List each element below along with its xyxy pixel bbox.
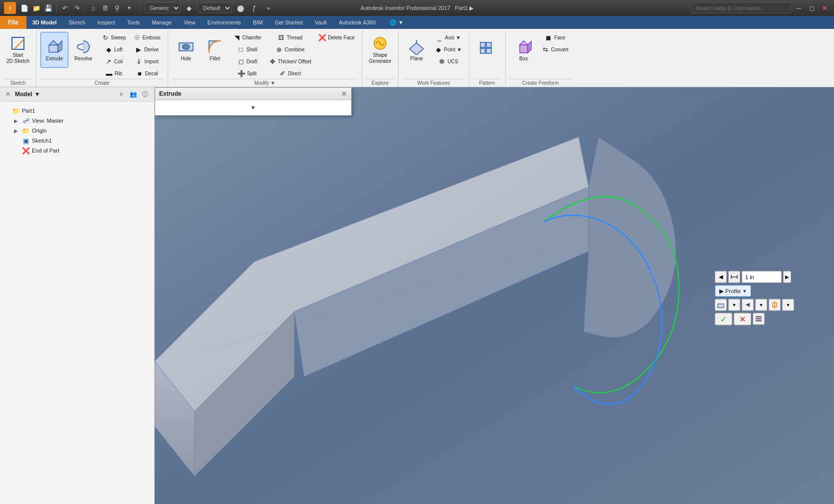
dialog-expand-arrow[interactable]: ▼ <box>250 104 256 111</box>
direct-button[interactable]: ✐ Direct <box>276 68 304 79</box>
tree-item-sketch1[interactable]: ▣ Sketch1 <box>12 136 152 146</box>
shapegenerator-button[interactable]: ShapeGenerator <box>366 32 394 68</box>
plane-button[interactable]: Plane <box>403 32 430 68</box>
workfeatures-group-label: Work Features <box>403 79 464 87</box>
plus-icon[interactable]: + <box>263 2 274 13</box>
box-button[interactable]: Box <box>510 32 538 68</box>
menu-inspect[interactable]: Inspect <box>91 16 121 29</box>
tree-item-endofpart[interactable]: ❌ End of Part <box>12 146 152 156</box>
profile-dropdown[interactable]: Generic <box>144 2 181 13</box>
rib-button[interactable]: ▬ Rib <box>102 68 125 79</box>
ribbon-group-explore: ShapeGenerator Explore <box>362 31 399 87</box>
menu-environments[interactable]: Environments <box>202 16 247 29</box>
mode-dropdown-btn[interactable]: ▼ <box>728 299 740 311</box>
home-btn[interactable]: ⌂ <box>88 2 99 13</box>
workfeatures-col: ⎯ Axis ▼ ◆ Point ▼ ☸ UCS <box>431 32 464 67</box>
shapegen-icon <box>372 35 388 51</box>
point-button[interactable]: ◆ Point ▼ <box>431 44 464 55</box>
hole-button[interactable]: Hole <box>172 32 200 68</box>
menu-tools[interactable]: Tools <box>121 16 146 29</box>
extrude-dialog[interactable]: Extrude ✕ ▼ <box>155 87 352 116</box>
menu-vault[interactable]: Vault <box>309 16 333 29</box>
loft-button[interactable]: ◆ Loft <box>102 44 126 55</box>
doc-btn[interactable]: 🖹 <box>100 2 111 13</box>
coil-label: Coil <box>114 59 123 64</box>
direction-btn[interactable] <box>742 299 754 311</box>
dropdown-btn[interactable]: ▼ <box>124 2 135 13</box>
distance-right-btn[interactable]: ▶ <box>783 271 791 283</box>
sweep-label: Sweep <box>111 35 126 40</box>
window-close-btn[interactable]: ✕ <box>819 2 830 13</box>
chamfer-button[interactable]: ◥ Chamfer <box>230 32 264 43</box>
fillet-button[interactable]: Fillet <box>201 32 229 68</box>
search-input[interactable] <box>691 2 791 13</box>
cancel-btn[interactable]: ✕ <box>734 313 751 325</box>
menu-getstarted[interactable]: Get Started <box>269 16 309 29</box>
convert-button[interactable]: ⇆ Convert <box>539 44 572 55</box>
tree-item-origin[interactable]: ▶ 📁 Origin <box>12 126 152 136</box>
filter-btn[interactable]: ▿ <box>116 89 126 99</box>
pattern-button[interactable] <box>473 32 501 68</box>
face-button[interactable]: ◼ Face <box>542 32 568 43</box>
shell-button[interactable]: □ Shell <box>234 44 260 55</box>
distance-input[interactable] <box>742 271 782 283</box>
split-button[interactable]: ➕ Split <box>234 68 259 79</box>
revolve-button[interactable]: Revolve <box>69 32 97 68</box>
new-btn[interactable]: 📄 <box>19 2 30 13</box>
viewport[interactable]: Extrude ✕ ▼ ◀ ▶ <box>155 87 834 504</box>
coil-button[interactable]: ↗ Coil <box>102 56 126 67</box>
deleteface-button[interactable]: ❌ Delete Face <box>315 32 358 43</box>
axis-button[interactable]: ⎯ Axis ▼ <box>432 32 464 43</box>
menu-collab[interactable]: 🌐 ▼ <box>384 16 410 29</box>
mode-1-btn[interactable] <box>715 299 727 311</box>
origin-icon: 📁 <box>21 127 30 135</box>
sweep-button[interactable]: ↻ Sweep <box>98 32 129 43</box>
menu-3dmodel[interactable]: 3D Model <box>26 16 63 29</box>
window-min-btn[interactable]: ─ <box>793 2 804 13</box>
thicken-button[interactable]: ✥ Thicken/ Offset <box>265 56 314 67</box>
ucs-button[interactable]: ☸ UCS <box>435 56 461 67</box>
import-button[interactable]: ⇓ Import <box>132 56 161 67</box>
extents-btn[interactable] <box>769 299 781 311</box>
extrude-button[interactable]: Extrude <box>40 32 68 68</box>
options-btn[interactable] <box>753 313 765 325</box>
sidebar-header: ✕ Model ▼ ▿ 👥 ⓘ <box>0 87 154 102</box>
face-icon: ◼ <box>545 33 553 41</box>
undo-btn[interactable]: ↶ <box>59 2 70 13</box>
menu-a360[interactable]: Autodesk A360 <box>333 16 382 29</box>
distance-left-btn[interactable]: ◀ <box>715 271 727 283</box>
emboss-button[interactable]: ☉ Emboss <box>130 32 164 43</box>
extrude-dialog-close-btn[interactable]: ✕ <box>341 90 347 98</box>
redo-btn[interactable]: ↷ <box>71 2 82 13</box>
extents-dropdown-btn[interactable]: ▼ <box>782 299 794 311</box>
decal-button[interactable]: ■ Decal <box>133 68 161 79</box>
close-panel-btn[interactable]: ✕ <box>4 90 12 98</box>
ok-btn[interactable]: ✓ <box>715 313 732 325</box>
material-dropdown[interactable]: Default <box>198 2 232 13</box>
help-btn[interactable]: ⓘ <box>140 89 150 99</box>
start-sketch-button[interactable]: Start2D Sketch <box>4 32 32 68</box>
menu-file[interactable]: File <box>0 16 26 29</box>
measure-btn[interactable]: ⚲ <box>112 2 123 13</box>
app-logo-icon: I <box>4 2 16 14</box>
menu-view[interactable]: View <box>178 16 202 29</box>
direction-dropdown-btn[interactable]: ▼ <box>755 299 767 311</box>
open-btn[interactable]: 📁 <box>31 2 42 13</box>
derive-button[interactable]: ▶ Derive <box>132 44 162 55</box>
thread-button[interactable]: ⚅ Thread <box>274 32 306 43</box>
model-dropdown-icon[interactable]: ▼ <box>34 91 40 98</box>
people-btn[interactable]: 👥 <box>128 89 138 99</box>
profile-btn[interactable]: ▶ Profile ▼ <box>715 285 751 297</box>
tree-item-part1[interactable]: 📁 Part1 <box>2 106 152 116</box>
sep3 <box>139 4 140 12</box>
window-max-btn[interactable]: ◻ <box>806 2 817 13</box>
viewmaster-arrow: ▶ <box>14 118 20 124</box>
save-btn[interactable]: 💾 <box>43 2 54 13</box>
tree-item-viewmaster[interactable]: ▶ ☍ View: Master <box>12 116 152 126</box>
draft-button[interactable]: ◻ Draft <box>234 56 260 67</box>
modify-col1: ◥ Chamfer □ Shell ◻ Draft ➕ Split <box>230 32 264 79</box>
combine-button[interactable]: ⊕ Combine <box>272 44 308 55</box>
menu-bim[interactable]: BIM <box>247 16 269 29</box>
menu-manage[interactable]: Manage <box>146 16 178 29</box>
menu-sketch[interactable]: Sketch <box>63 16 92 29</box>
